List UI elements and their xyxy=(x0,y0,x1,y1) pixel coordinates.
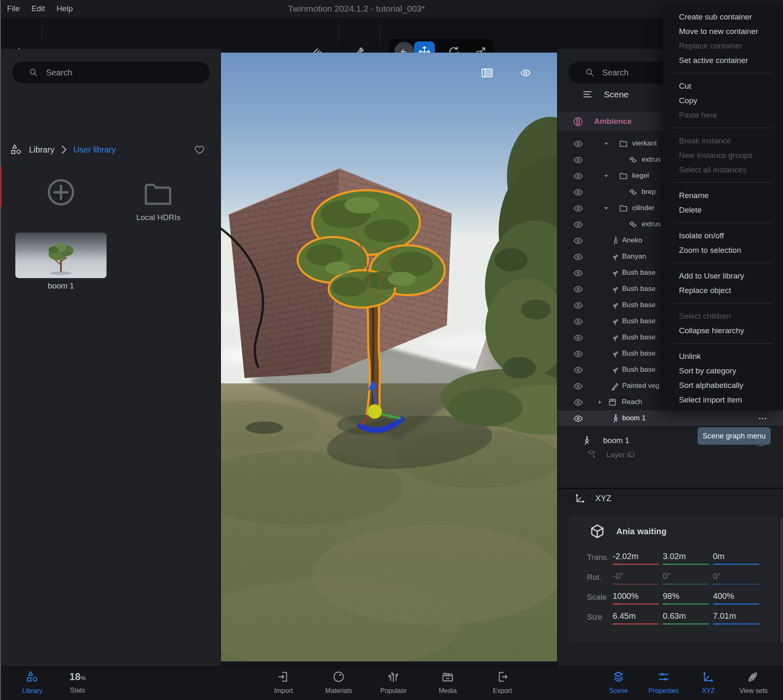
menu-item-copy[interactable]: Copy xyxy=(663,93,783,108)
tree-row-label: Bush base xyxy=(622,349,655,358)
visibility-eye-icon[interactable] xyxy=(573,349,583,359)
xyz-value-field[interactable]: 0.63m xyxy=(663,609,709,625)
xyz-value-field[interactable]: 0° xyxy=(713,569,759,585)
xyz-value: 400% xyxy=(713,589,759,601)
bottombar-stats[interactable]: 18%Stats xyxy=(51,670,104,694)
visibility-eye-icon[interactable] xyxy=(573,317,583,327)
search-icon xyxy=(29,68,39,78)
populate-icon xyxy=(387,670,400,683)
axis-underline xyxy=(613,564,659,565)
menu-divider xyxy=(674,263,773,263)
axis-underline xyxy=(713,564,759,565)
visibility-eye-icon[interactable] xyxy=(573,381,583,391)
folder-icon xyxy=(619,203,628,213)
xyz-value: -2.02m xyxy=(613,550,659,561)
breadcrumb: Library User library xyxy=(10,142,116,157)
xyz-value: -0° xyxy=(613,569,659,581)
bottombar-populate[interactable]: Populate xyxy=(366,670,420,695)
visibility-eye-icon[interactable] xyxy=(573,236,583,246)
add-asset-button[interactable] xyxy=(45,177,77,208)
menu-item-cut[interactable]: Cut xyxy=(663,79,783,93)
visibility-eye-icon[interactable] xyxy=(573,268,583,278)
visibility-eye-icon[interactable] xyxy=(573,333,583,343)
xyz-value-field[interactable]: -2.02m xyxy=(613,550,659,565)
visibility-eye-icon[interactable] xyxy=(573,155,583,165)
expander-down-icon[interactable] xyxy=(603,140,609,147)
xyz-value-field[interactable]: 98% xyxy=(663,589,709,605)
menu-item-sort-by-category[interactable]: Sort by category xyxy=(663,363,783,378)
menu-item-replace-object[interactable]: Replace object xyxy=(663,283,783,298)
bottombar-view-sets[interactable]: View sets xyxy=(727,670,781,695)
menu-item-isolate-on-off[interactable]: Isolate on/off xyxy=(663,228,783,243)
xyz-value-field[interactable]: 1000% xyxy=(613,589,659,605)
bottombar-materials[interactable]: Materials xyxy=(312,670,366,695)
tree-row-label: Bush base xyxy=(622,333,655,342)
xyz-value-field[interactable]: 7.01m xyxy=(713,609,759,625)
scene-header: Scene xyxy=(571,89,629,100)
xyz-value: 0m xyxy=(713,550,759,561)
visibility-eye-icon[interactable] xyxy=(573,171,583,181)
favorites-heart-icon[interactable] xyxy=(194,144,205,155)
expander-down-icon[interactable] xyxy=(603,173,609,179)
bottombar-label: View sets xyxy=(727,687,781,695)
breadcrumb-current[interactable]: User library xyxy=(73,145,116,155)
expander-right-icon[interactable] xyxy=(597,399,603,405)
person-icon xyxy=(611,236,620,245)
menu-edit[interactable]: Edit xyxy=(26,0,51,13)
menu-item-select-children: Select children xyxy=(663,309,783,323)
bottombar-import[interactable]: Import xyxy=(257,670,310,695)
axis-icon xyxy=(575,492,586,504)
menu-item-add-to-user-library[interactable]: Add to User library xyxy=(663,269,783,283)
xyz-value-field[interactable]: 0m xyxy=(713,550,759,565)
row-menu-dots-icon[interactable] xyxy=(757,414,768,424)
visibility-eye-icon[interactable] xyxy=(573,220,583,230)
visibility-eye-icon[interactable] xyxy=(573,414,583,424)
local-hdris-folder-icon[interactable] xyxy=(123,178,194,210)
menu-item-collapse-hierarchy[interactable]: Collapse hierarchy xyxy=(663,323,783,338)
menu-item-sort-alphabetically[interactable]: Sort alphabetically xyxy=(663,378,783,392)
menu-help[interactable]: Help xyxy=(51,0,78,13)
bottom-toolbar: Library18%StatsImportMaterialsPopulateMe… xyxy=(0,666,783,700)
library-search-input[interactable]: Search xyxy=(12,62,210,83)
menu-item-zoom-to-selection[interactable]: Zoom to selection xyxy=(663,243,783,257)
breadcrumb-root[interactable]: Library xyxy=(29,145,54,155)
window-title: Twinmotion 2024.1.2 - tutorial_003* xyxy=(232,4,481,14)
asset-thumbnail-boom1[interactable] xyxy=(15,233,107,278)
bottombar-export[interactable]: Export xyxy=(475,670,529,695)
viewport-panel-toggle-icon[interactable] xyxy=(479,67,495,79)
expander-down-icon[interactable] xyxy=(603,205,609,211)
xyz-value-field[interactable]: 3.02m xyxy=(663,550,709,565)
menu-item-select-all-instances: Select all instances xyxy=(663,162,783,177)
visibility-eye-icon[interactable] xyxy=(573,284,583,294)
viewport-3d[interactable] xyxy=(221,53,557,661)
geometry-icon xyxy=(628,220,638,229)
menu-divider xyxy=(674,182,773,183)
materials-icon xyxy=(332,670,345,683)
visibility-eye-icon[interactable] xyxy=(573,187,583,197)
visibility-eye-icon[interactable] xyxy=(573,203,583,213)
menu-item-rename[interactable]: Rename xyxy=(663,188,783,203)
xyz-value-field[interactable]: -0° xyxy=(613,569,659,585)
xyz-row-scale: Scale1000%98%400% xyxy=(568,589,778,609)
visibility-eye-icon[interactable] xyxy=(573,397,583,407)
visibility-eye-icon[interactable] xyxy=(573,139,583,149)
visibility-eye-icon[interactable] xyxy=(573,252,583,262)
xyz-value-field[interactable]: 0° xyxy=(663,569,709,585)
viewport-visibility-icon[interactable] xyxy=(518,68,533,78)
menu-item-create-sub-container[interactable]: Create sub container xyxy=(663,10,783,24)
xyz-value-field[interactable]: 6.45m xyxy=(613,609,659,625)
hamburger-icon[interactable] xyxy=(582,89,593,100)
visibility-eye-icon[interactable] xyxy=(573,300,583,310)
visibility-eye-icon[interactable] xyxy=(573,365,583,375)
bottombar-media[interactable]: Media xyxy=(421,670,475,695)
menu-file[interactable]: File xyxy=(0,0,26,13)
tree-row-boom-1[interactable]: boom 1 xyxy=(558,410,783,426)
menu-item-unlink[interactable]: Unlink xyxy=(663,349,783,363)
menu-item-set-active-container[interactable]: Set active container xyxy=(663,53,783,68)
menu-item-select-import-item[interactable]: Select import item xyxy=(663,392,783,407)
xyz-value-field[interactable]: 400% xyxy=(713,589,759,605)
panel-scrollbar[interactable] xyxy=(781,518,782,642)
menu-item-move-to-new-container[interactable]: Move to new container xyxy=(663,24,783,39)
ambience-globe-icon xyxy=(572,116,584,127)
menu-item-delete[interactable]: Delete xyxy=(663,203,783,217)
